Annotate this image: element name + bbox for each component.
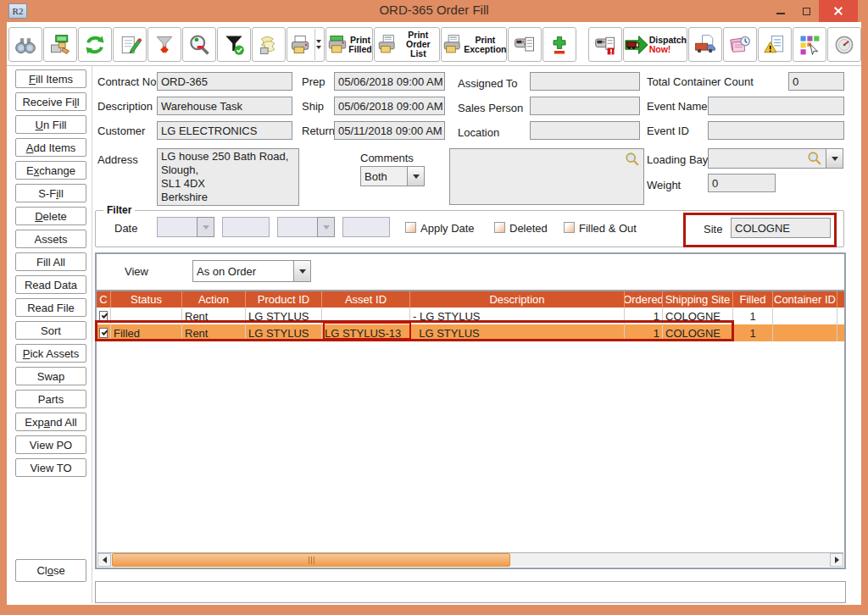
close-button[interactable]: [819, 0, 858, 22]
receive-fill-button[interactable]: Receive Fill: [15, 92, 86, 111]
filter-export-button[interactable]: [147, 27, 181, 62]
table-row-selected[interactable]: Filled Rent LG STYLUS LG STYLUS-13 LG ST…: [97, 324, 844, 341]
s-fill-button[interactable]: S-Fill: [15, 184, 86, 202]
column-header-filled[interactable]: Filled: [733, 291, 773, 308]
apply-date-checkbox[interactable]: [405, 222, 416, 233]
horizontal-scrollbar[interactable]: [97, 552, 843, 567]
view-dropdown-button[interactable]: [293, 260, 311, 282]
pick-items-button[interactable]: [43, 27, 77, 62]
sales-person-field[interactable]: [530, 97, 640, 115]
cell-ordered[interactable]: 1: [625, 324, 663, 341]
read-file-button[interactable]: Read File: [15, 298, 86, 317]
date-from-type-dropdown[interactable]: [197, 217, 214, 237]
assets-button[interactable]: Assets: [15, 230, 86, 248]
column-header-action[interactable]: Action: [182, 291, 246, 308]
read-data-button[interactable]: Read Data: [15, 275, 86, 294]
scan-alert-button[interactable]: [588, 27, 622, 62]
print-filled-button[interactable]: Print Filled: [326, 27, 374, 62]
contract-field[interactable]: ORD-365: [157, 72, 292, 91]
scrollbar-thumb[interactable]: [112, 553, 510, 567]
column-header-product-id[interactable]: Product ID: [246, 291, 322, 308]
add-items-button[interactable]: Add Items: [15, 138, 86, 157]
exchange-button[interactable]: Exchange: [15, 161, 86, 180]
print-menu-button[interactable]: [287, 27, 325, 62]
magnifier-icon[interactable]: [625, 152, 640, 167]
view-po-button[interactable]: View PO: [15, 435, 86, 454]
date-to-type-dropdown[interactable]: [317, 217, 335, 237]
warning-report-button[interactable]: [758, 27, 792, 62]
column-header-status[interactable]: Status: [111, 291, 182, 308]
location-field[interactable]: [530, 121, 640, 140]
swap-button[interactable]: Swap: [15, 367, 86, 385]
zoom-button[interactable]: [182, 27, 216, 62]
event-name-field[interactable]: [708, 97, 844, 115]
assigned-to-field[interactable]: [530, 72, 640, 91]
column-header-asset-id[interactable]: Asset ID: [322, 291, 410, 308]
find-button[interactable]: [8, 27, 42, 62]
return-date-field[interactable]: 05/11/2018 09:00 AM: [334, 121, 445, 140]
add-remove-button[interactable]: [542, 27, 576, 62]
scroll-left-button[interactable]: [97, 553, 111, 567]
pick-assets-button[interactable]: Pick Assets: [15, 344, 86, 363]
edit-notes-button[interactable]: [113, 27, 147, 62]
description-field[interactable]: Warehouse Task: [157, 97, 292, 115]
print-order-list-button[interactable]: Print Order List: [374, 27, 440, 62]
column-header-shipping-site[interactable]: Shipping Site: [663, 291, 733, 308]
maximize-button[interactable]: [793, 0, 819, 22]
comments-dropdown-button[interactable]: [407, 166, 425, 186]
minimize-button[interactable]: [768, 0, 793, 22]
scrollbar-track[interactable]: [111, 553, 830, 567]
column-header-ordered[interactable]: Ordered: [625, 291, 663, 308]
documents-button[interactable]: [252, 27, 286, 62]
print-exception-button[interactable]: Print Exception: [441, 27, 507, 62]
cell-description[interactable]: LG STYLUS: [410, 324, 625, 341]
comments-select[interactable]: Both: [360, 166, 408, 186]
site-field[interactable]: COLOGNE: [731, 218, 831, 238]
view-select[interactable]: As on Order: [192, 260, 294, 282]
cell-ordered[interactable]: 1: [625, 308, 663, 324]
table-row[interactable]: Rent LG STYLUS - LG STYLUS 1 COLOGNE 1: [97, 308, 844, 324]
schedule-clock-button[interactable]: [723, 27, 757, 62]
customer-field[interactable]: LG ELECTRONICS: [157, 121, 292, 140]
cell-status[interactable]: [111, 308, 182, 324]
comments-box[interactable]: [449, 148, 644, 205]
column-header-container-id[interactable]: Container ID: [773, 291, 837, 308]
loading-bay-dropdown-button[interactable]: [826, 148, 843, 169]
parts-button[interactable]: Parts: [15, 390, 86, 408]
deleted-checkbox[interactable]: [494, 222, 505, 233]
refresh-button[interactable]: [78, 27, 112, 62]
un-fill-button[interactable]: Un Fill: [15, 115, 86, 134]
cell-asset-id[interactable]: [322, 308, 410, 324]
cell-status[interactable]: Filled: [111, 324, 182, 341]
row-checkbox[interactable]: [99, 328, 108, 338]
cell-filled[interactable]: 1: [733, 308, 773, 324]
fill-all-button[interactable]: Fill All: [15, 252, 86, 271]
print-menu-dropdown[interactable]: [314, 29, 322, 60]
filter-apply-button[interactable]: [217, 27, 251, 62]
stopwatch-gauge-button[interactable]: [827, 27, 861, 62]
column-header-description[interactable]: Description: [410, 291, 625, 308]
scan-list-button[interactable]: [508, 27, 542, 62]
date-to-type-select[interactable]: [277, 217, 318, 237]
cell-shipping-site[interactable]: COLOGNE: [663, 308, 733, 324]
address-field[interactable]: LG house 250 Bath Road, Slough, SL1 4DX …: [157, 148, 299, 206]
close-order-button[interactable]: Close: [15, 559, 86, 582]
cell-product-id[interactable]: LG STYLUS: [246, 324, 322, 341]
scroll-right-button[interactable]: [830, 553, 843, 567]
dispatch-now-button[interactable]: Dispatch Now!: [623, 27, 687, 62]
date-from-field[interactable]: [222, 217, 270, 237]
cell-filled[interactable]: 1: [733, 324, 773, 341]
cell-shipping-site[interactable]: COLOGNE: [663, 324, 733, 341]
cell-container-id[interactable]: [773, 308, 837, 324]
row-checkbox[interactable]: [99, 311, 108, 321]
cell-description[interactable]: - LG STYLUS: [410, 308, 625, 324]
column-header-c[interactable]: C: [97, 291, 111, 308]
view-to-button[interactable]: View TO: [15, 458, 86, 477]
container-count-field[interactable]: 0: [788, 72, 844, 91]
event-id-field[interactable]: [708, 121, 844, 140]
expand-all-button[interactable]: Expand All: [15, 413, 86, 431]
magnifier-icon[interactable]: [807, 151, 822, 166]
cell-container-id[interactable]: [773, 324, 837, 341]
cell-action[interactable]: Rent: [182, 308, 246, 324]
date-to-field[interactable]: [342, 217, 390, 237]
